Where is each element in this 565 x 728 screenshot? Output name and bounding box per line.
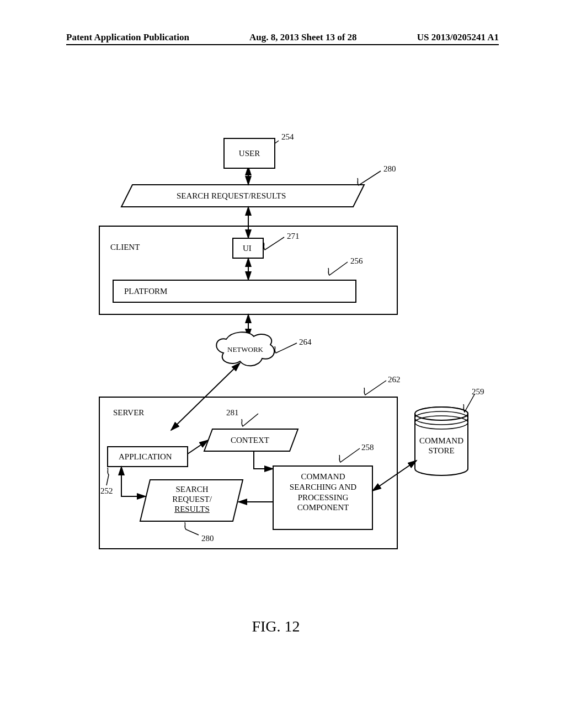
client-label: CLIENT	[110, 243, 140, 252]
svg-line-17	[372, 461, 417, 491]
ref-259: 259	[472, 387, 484, 397]
platform-label: PLATFORM	[124, 287, 167, 296]
ref-264: 264	[299, 338, 312, 347]
user-box: USER	[223, 138, 275, 169]
network-label: NETWORK	[227, 345, 263, 354]
ref-256: 256	[350, 256, 363, 266]
header-center: Aug. 8, 2013 Sheet 13 of 28	[249, 32, 357, 43]
search-bottom-label: SEARCH REQUEST/ RESULTS	[159, 484, 225, 514]
command-store-label: COMMAND STORE	[419, 436, 463, 456]
ref-280-top: 280	[383, 164, 396, 174]
ref-258: 258	[361, 443, 374, 452]
header-left: Patent Application Publication	[66, 32, 189, 43]
svg-line-10	[188, 440, 208, 454]
ref-281: 281	[226, 408, 239, 417]
header-right: US 2013/0205241 A1	[417, 32, 499, 43]
figure-caption: FIG. 12	[252, 618, 300, 635]
header-rule	[66, 44, 499, 45]
diagram-connectors	[88, 138, 463, 634]
search-bottom-line3: RESULTS	[174, 505, 210, 513]
ref-280-bottom: 280	[201, 534, 214, 543]
search-top-label: SEARCH REQUEST/RESULTS	[177, 191, 286, 201]
search-bottom-line2: REQUEST/	[172, 495, 212, 504]
page: Patent Application Publication Aug. 8, 2…	[0, 0, 565, 728]
cspc-label: COMMAND SEARCHING AND PROCESSING COMPONE…	[280, 472, 366, 513]
ref-252: 252	[100, 486, 113, 496]
search-bottom-line1: SEARCH	[175, 485, 208, 494]
application-label: APPLICATION	[119, 452, 172, 462]
page-header: Patent Application Publication Aug. 8, 2…	[66, 32, 499, 43]
ui-label: UI	[243, 244, 252, 253]
user-label: USER	[239, 149, 260, 158]
figure-12: USER 254 SEARCH REQUEST/RESULTS 280 CLIE…	[88, 138, 463, 634]
ref-262: 262	[388, 375, 401, 384]
ref-271: 271	[287, 232, 300, 241]
ref-254: 254	[281, 132, 294, 142]
server-label: SERVER	[113, 408, 144, 417]
context-label: CONTEXT	[231, 436, 269, 445]
